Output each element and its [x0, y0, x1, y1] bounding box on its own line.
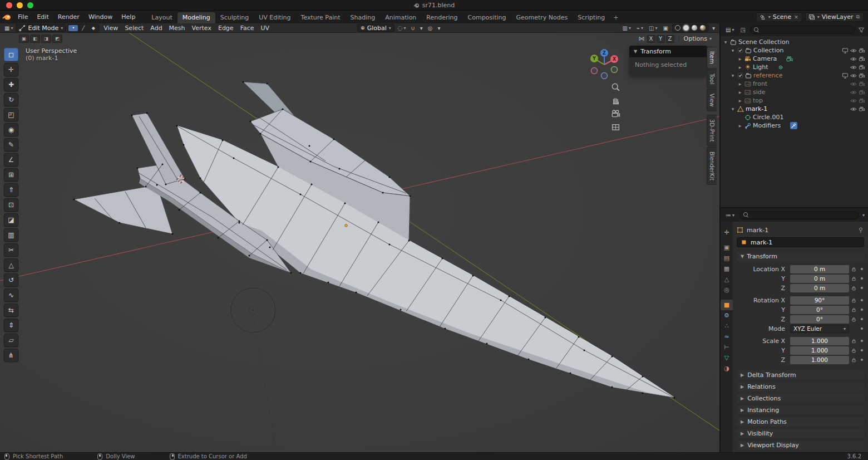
object-name-field[interactable]: mark-1	[737, 237, 864, 247]
properties-tab-output[interactable]: ▤	[721, 253, 733, 263]
outliner-display-mode-icon[interactable]: ◳	[738, 27, 747, 33]
filter-icon[interactable]	[858, 27, 865, 33]
eye-icon[interactable]	[850, 47, 857, 54]
viewport-menu-mesh[interactable]: Mesh	[166, 25, 189, 32]
scene-selector[interactable]: ▾ Scene ✕	[756, 12, 802, 22]
keyframe-dot[interactable]	[859, 318, 865, 320]
wireframe-shading-button[interactable]	[675, 25, 680, 31]
material-preview-button[interactable]	[692, 25, 697, 31]
pin-icon[interactable]	[857, 227, 864, 233]
keyframe-dot[interactable]	[859, 287, 865, 289]
expand-arrow-icon[interactable]: ▶	[737, 99, 743, 102]
lock-icon[interactable]	[849, 298, 859, 303]
properties-tab-tool[interactable]: ✛	[721, 227, 733, 238]
outliner-row-collection[interactable]: ▼Collection	[721, 46, 868, 55]
snap-options-dropdown[interactable]: ▾	[418, 25, 425, 31]
outliner-search-input[interactable]	[750, 26, 855, 34]
expand-arrow-icon[interactable]: ▶	[737, 57, 743, 61]
camera-icon[interactable]	[859, 72, 865, 79]
tool-shrink-fatten[interactable]: ⇕	[4, 319, 18, 332]
eye-icon[interactable]	[850, 106, 857, 112]
select-new-icon[interactable]: ◧	[30, 35, 40, 43]
number-field[interactable]: 1.000	[790, 337, 849, 345]
breadcrumb-object-name[interactable]: mark-1	[747, 227, 768, 234]
viewport-menu-face[interactable]: Face	[237, 25, 258, 32]
pan-hand-icon[interactable]	[611, 96, 620, 105]
tool-inset-faces[interactable]: ⊡	[4, 198, 18, 212]
properties-tab-physics[interactable]: ≈	[721, 331, 733, 342]
menu-file[interactable]: File	[13, 11, 32, 23]
vertex-select-button[interactable]: •	[68, 25, 78, 31]
tool-transform[interactable]: ◉	[4, 123, 18, 136]
properties-tab-object[interactable]: ■	[721, 300, 733, 310]
shading-options-dropdown[interactable]: ▾	[711, 25, 717, 31]
zoom-window-button[interactable]	[27, 2, 33, 8]
orthographic-toggle-icon[interactable]	[611, 123, 620, 132]
editor-type-icon[interactable]: ▦▾	[3, 25, 14, 31]
tool-spin[interactable]: ↺	[4, 273, 18, 287]
tool-annotate[interactable]: ✎	[4, 138, 18, 151]
workspace-tab-geometry-nodes[interactable]: Geometry Nodes	[511, 12, 573, 23]
tool-scale[interactable]: ◰	[4, 108, 18, 121]
add-workspace-button[interactable]: +	[610, 12, 622, 23]
camera-icon[interactable]	[859, 97, 865, 104]
lock-icon[interactable]	[849, 339, 859, 344]
workspace-tab-uv-editing[interactable]: UV Editing	[254, 12, 295, 23]
keyframe-dot[interactable]	[859, 340, 865, 342]
tool-extrude-region[interactable]: ⇑	[4, 183, 18, 197]
tweak-option-icon[interactable]: ▣	[19, 35, 29, 43]
properties-tab-scene[interactable]: △	[721, 274, 733, 285]
section-instancing[interactable]: ▶Instancing	[737, 405, 864, 415]
view-layer-selector[interactable]: ▾ ViewLayer ⧉	[805, 12, 864, 22]
outliner-row-side[interactable]: ▶side	[721, 88, 868, 96]
properties-tab-view-layer[interactable]: ▦	[721, 263, 733, 274]
modifier-badge-icon[interactable]	[790, 122, 797, 129]
camera-icon[interactable]	[859, 81, 865, 87]
expand-arrow-icon[interactable]: ▶	[737, 65, 743, 69]
workspace-tab-sculpting[interactable]: Sculpting	[215, 12, 254, 23]
lock-icon[interactable]	[849, 276, 859, 281]
eye-icon[interactable]	[850, 56, 857, 62]
negative-x-axis-ball[interactable]	[591, 68, 598, 74]
sidebar-tab-tool[interactable]: Tool	[707, 69, 717, 89]
camera-icon[interactable]	[859, 47, 865, 54]
mode-dropdown[interactable]: Edit Mode ▾	[16, 24, 66, 32]
workspace-tab-animation[interactable]: Animation	[380, 12, 421, 23]
outliner-row-modifiers[interactable]: ▶Modifiers	[721, 121, 868, 130]
proportional-options-dropdown[interactable]: ▾	[436, 25, 442, 31]
tool-smooth[interactable]: ∿	[4, 288, 18, 302]
outliner-row-light[interactable]: ▶Light	[721, 63, 868, 71]
blender-logo-icon[interactable]	[0, 14, 13, 21]
tool-cursor[interactable]: ✛	[4, 63, 18, 76]
outliner-editor-type-icon[interactable]: ▤▾	[724, 27, 736, 33]
tool-rotate[interactable]: ↻	[4, 93, 18, 106]
face-select-button[interactable]: ◆	[88, 25, 98, 31]
lock-icon[interactable]	[849, 317, 859, 322]
navigation-gizmo[interactable]: Z X Y	[583, 43, 625, 86]
keyframe-dot[interactable]	[859, 309, 865, 311]
outliner-row-circle-001[interactable]: Circle.001	[721, 113, 868, 121]
tool-shear[interactable]: ▱	[4, 334, 18, 347]
section-delta-transform[interactable]: ▶Delta Transform	[737, 370, 864, 380]
workspace-tab-compositing[interactable]: Compositing	[463, 12, 511, 23]
screen-icon[interactable]	[842, 72, 849, 79]
show-gizmo-icon[interactable]: ⌁▾	[635, 25, 645, 31]
workspace-tab-modeling[interactable]: Modeling	[177, 12, 215, 23]
properties-tab-particles[interactable]: ∴	[721, 321, 733, 331]
camera-icon[interactable]	[859, 106, 865, 112]
viewport-menu-vertex[interactable]: Vertex	[189, 25, 215, 32]
sidebar-tab-item[interactable]: Item	[707, 47, 717, 68]
orientation-dropdown[interactable]: ⊕ Global ▾	[357, 24, 394, 32]
solid-shading-button[interactable]	[683, 25, 689, 31]
tool-poly-build[interactable]: △	[4, 258, 18, 272]
collapse-arrow-icon[interactable]: ▼	[730, 74, 736, 77]
tool-knife[interactable]: ✂	[4, 243, 18, 257]
menu-edit[interactable]: Edit	[32, 11, 53, 23]
lock-icon[interactable]	[849, 307, 859, 312]
tool-measure[interactable]: ∠	[4, 153, 18, 167]
menu-window[interactable]: Window	[84, 11, 117, 23]
keyframe-dot[interactable]	[859, 349, 865, 351]
lock-icon[interactable]	[849, 358, 859, 363]
section-relations[interactable]: ▶Relations	[737, 382, 864, 392]
properties-editor-type-icon[interactable]: ≔▾	[724, 212, 736, 218]
